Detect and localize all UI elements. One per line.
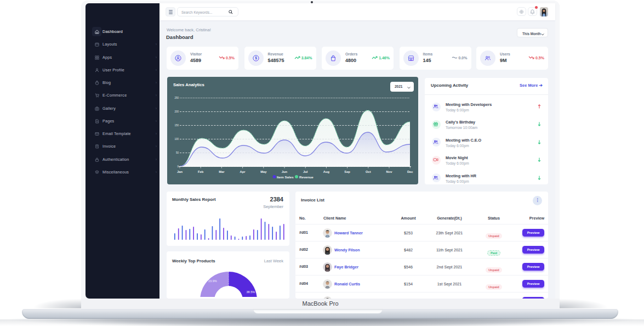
svg-text:Item Sales: Item Sales bbox=[277, 175, 294, 179]
svg-text:Jun: Jun bbox=[282, 170, 288, 173]
svg-text:Sep: Sep bbox=[344, 170, 350, 173]
svg-text:Jul: Jul bbox=[303, 170, 308, 173]
svg-text:Feb: Feb bbox=[198, 170, 204, 173]
svg-text:Dec: Dec bbox=[407, 170, 413, 173]
svg-text:Apr: Apr bbox=[240, 170, 246, 173]
svg-text:Oct: Oct bbox=[366, 170, 371, 173]
svg-text:Nov: Nov bbox=[386, 170, 393, 173]
svg-text:50: 50 bbox=[176, 151, 179, 154]
svg-text:100: 100 bbox=[174, 138, 179, 140]
svg-text:150: 150 bbox=[174, 124, 179, 127]
svg-text:Revenue: Revenue bbox=[299, 175, 314, 179]
svg-text:Jan: Jan bbox=[177, 170, 183, 173]
svg-text:May: May bbox=[260, 170, 267, 173]
svg-text:Aug: Aug bbox=[323, 170, 330, 173]
svg-text:Mar: Mar bbox=[219, 170, 225, 173]
svg-text:38.5%: 38.5% bbox=[247, 290, 255, 294]
svg-text:200: 200 bbox=[174, 110, 179, 113]
svg-text:23.9%: 23.9% bbox=[208, 279, 217, 283]
svg-text:$: $ bbox=[255, 56, 257, 60]
svg-text:250: 250 bbox=[174, 97, 179, 99]
